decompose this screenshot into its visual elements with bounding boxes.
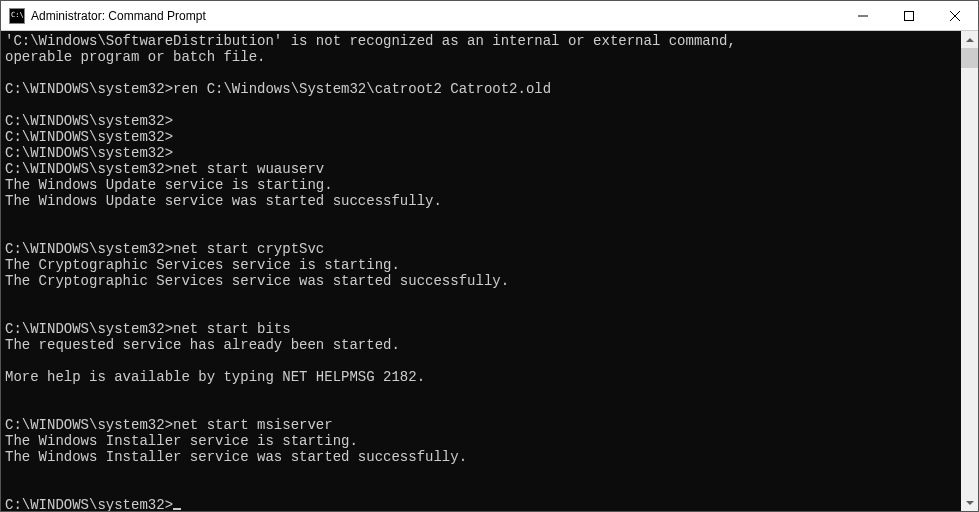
- svg-marker-8: [966, 501, 974, 505]
- svg-text:C:\: C:\: [11, 11, 24, 19]
- scroll-thumb[interactable]: [961, 48, 978, 68]
- svg-marker-7: [966, 38, 974, 42]
- text-cursor: [173, 508, 181, 510]
- command-prompt-window: C:\ Administrator: Command Prompt 'C:\Wi…: [0, 0, 979, 512]
- scroll-down-button[interactable]: [961, 494, 978, 511]
- titlebar[interactable]: C:\ Administrator: Command Prompt: [1, 1, 978, 31]
- window-title: Administrator: Command Prompt: [31, 9, 206, 23]
- close-button[interactable]: [932, 1, 978, 31]
- svg-rect-4: [905, 11, 914, 20]
- scroll-track[interactable]: [961, 48, 978, 494]
- maximize-button[interactable]: [886, 1, 932, 31]
- minimize-button[interactable]: [840, 1, 886, 31]
- terminal-output[interactable]: 'C:\Windows\SoftwareDistribution' is not…: [1, 31, 961, 511]
- cmd-icon: C:\: [9, 8, 25, 24]
- vertical-scrollbar[interactable]: [961, 31, 978, 511]
- scroll-up-button[interactable]: [961, 31, 978, 48]
- client-area: 'C:\Windows\SoftwareDistribution' is not…: [1, 31, 978, 511]
